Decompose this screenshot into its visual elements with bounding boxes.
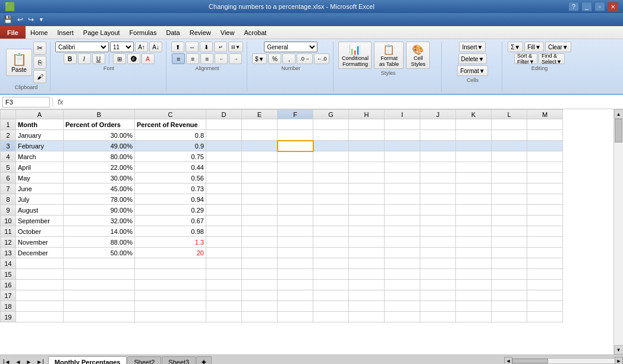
cell-L13[interactable]: [492, 248, 527, 258]
cell-M3[interactable]: [527, 141, 563, 151]
cell-A9[interactable]: August: [16, 205, 64, 216]
cell-G11[interactable]: [313, 226, 349, 237]
cell-D11[interactable]: [206, 226, 242, 237]
cell-K17[interactable]: [456, 290, 492, 301]
cell-H7[interactable]: [349, 183, 385, 194]
cell-B8[interactable]: 78.00%: [64, 194, 135, 205]
cell-H11[interactable]: [349, 226, 385, 237]
cell-C10[interactable]: 0.67: [135, 216, 206, 226]
cell-C1[interactable]: Percent of Revenue: [135, 119, 206, 130]
cell-L14[interactable]: [492, 258, 527, 269]
cell-reference-box[interactable]: [2, 97, 50, 107]
merge-center-button[interactable]: ⊟▼: [228, 42, 243, 52]
cell-D5[interactable]: [206, 162, 242, 173]
cell-C7[interactable]: 0.73: [135, 183, 206, 194]
cell-K3[interactable]: [456, 141, 492, 151]
sort-filter-button[interactable]: Sort &Filter▼: [514, 53, 537, 64]
cell-A16[interactable]: [16, 280, 64, 290]
insert-menu[interactable]: Insert: [52, 26, 78, 39]
format-painter-button[interactable]: 🖌: [33, 70, 46, 83]
col-header-j[interactable]: J: [420, 110, 456, 119]
cell-I2[interactable]: [385, 130, 420, 141]
cell-I11[interactable]: [385, 226, 420, 237]
cell-C18[interactable]: [135, 301, 206, 312]
cell-E5[interactable]: [242, 162, 278, 173]
fill-button[interactable]: Fill▼: [524, 42, 544, 52]
cell-I1[interactable]: [385, 119, 420, 130]
cell-M2[interactable]: [527, 130, 563, 141]
cell-B9[interactable]: 90.00%: [64, 205, 135, 216]
cell-L5[interactable]: [492, 162, 527, 173]
align-top-button[interactable]: ⬆: [171, 42, 184, 52]
cell-K1[interactable]: [456, 119, 492, 130]
cell-I13[interactable]: [385, 248, 420, 258]
cut-button[interactable]: ✂: [33, 42, 46, 55]
insert-cells-button[interactable]: Insert▼: [459, 42, 486, 52]
increase-indent-button[interactable]: →: [229, 53, 242, 64]
cell-J3[interactable]: [420, 141, 456, 151]
cell-L9[interactable]: [492, 205, 527, 216]
sheet-nav-next[interactable]: ►: [24, 358, 33, 365]
cell-E8[interactable]: [242, 194, 278, 205]
cell-L8[interactable]: [492, 194, 527, 205]
cell-D14[interactable]: [206, 258, 242, 269]
cell-F12[interactable]: [278, 237, 313, 248]
cell-L17[interactable]: [492, 290, 527, 301]
row-header-10[interactable]: 10: [1, 216, 16, 226]
row-header-13[interactable]: 13: [1, 248, 16, 258]
cell-K10[interactable]: [456, 216, 492, 226]
cell-C5[interactable]: 0.44: [135, 162, 206, 173]
autosum-button[interactable]: Σ▼: [508, 42, 523, 52]
cell-F1[interactable]: [278, 119, 313, 130]
cell-F16[interactable]: [278, 280, 313, 290]
cell-C11[interactable]: 0.98: [135, 226, 206, 237]
cell-L3[interactable]: [492, 141, 527, 151]
row-header-15[interactable]: 15: [1, 269, 16, 280]
cell-D10[interactable]: [206, 216, 242, 226]
cell-D8[interactable]: [206, 194, 242, 205]
restore-button[interactable]: ▫: [594, 2, 605, 11]
cell-D13[interactable]: [206, 248, 242, 258]
row-header-1[interactable]: 1: [1, 119, 16, 130]
cell-E9[interactable]: [242, 205, 278, 216]
scroll-up-button[interactable]: ▲: [614, 109, 624, 119]
cell-I19[interactable]: [385, 312, 420, 322]
cell-D6[interactable]: [206, 173, 242, 183]
col-header-e[interactable]: E: [242, 110, 278, 119]
cell-J14[interactable]: [420, 258, 456, 269]
cell-E2[interactable]: [242, 130, 278, 141]
paste-button[interactable]: 📋 Paste: [6, 49, 32, 76]
col-header-l[interactable]: L: [492, 110, 527, 119]
cell-M12[interactable]: [527, 237, 563, 248]
cell-H16[interactable]: [349, 280, 385, 290]
cell-B19[interactable]: [64, 312, 135, 322]
minimize-button[interactable]: _: [581, 2, 592, 11]
decrease-font-button[interactable]: A↓: [149, 42, 162, 52]
row-header-11[interactable]: 11: [1, 226, 16, 237]
cell-K19[interactable]: [456, 312, 492, 322]
cell-K15[interactable]: [456, 269, 492, 280]
col-header-b[interactable]: B: [64, 110, 135, 119]
col-header-g[interactable]: G: [313, 110, 349, 119]
cell-C12[interactable]: 1.3: [135, 237, 206, 248]
cell-H12[interactable]: [349, 237, 385, 248]
clear-button[interactable]: Clear▼: [545, 42, 571, 52]
cell-L19[interactable]: [492, 312, 527, 322]
cell-A8[interactable]: July: [16, 194, 64, 205]
cell-I16[interactable]: [385, 280, 420, 290]
row-header-18[interactable]: 18: [1, 301, 16, 312]
cell-G4[interactable]: [313, 151, 349, 162]
cell-A15[interactable]: [16, 269, 64, 280]
align-middle-button[interactable]: ↔: [185, 42, 199, 52]
view-menu[interactable]: View: [216, 26, 240, 39]
scroll-right-button[interactable]: ►: [615, 357, 623, 364]
cell-I18[interactable]: [385, 301, 420, 312]
currency-button[interactable]: $▼: [252, 53, 267, 64]
cell-A5[interactable]: April: [16, 162, 64, 173]
cell-G12[interactable]: [313, 237, 349, 248]
cell-K9[interactable]: [456, 205, 492, 216]
align-left-button[interactable]: ≡: [172, 53, 185, 64]
col-header-f[interactable]: F: [278, 110, 313, 119]
cell-D18[interactable]: [206, 301, 242, 312]
row-header-12[interactable]: 12: [1, 237, 16, 248]
